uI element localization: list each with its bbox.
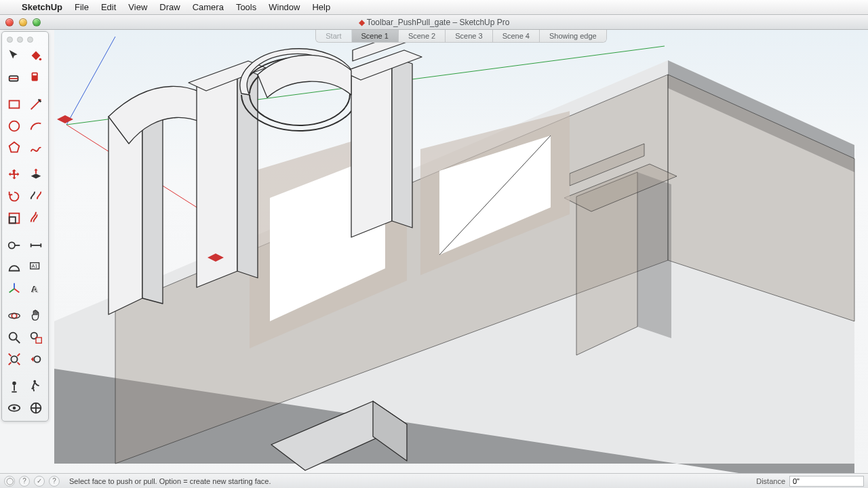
eraser-tool[interactable] [4,67,24,87]
menu-view[interactable]: View [128,2,147,12]
position-camera-icon [7,379,22,394]
circle-tool[interactable] [4,116,24,136]
protractor-tool[interactable] [4,257,24,277]
scene-tab-5[interactable]: Showing edge [540,30,606,42]
select-tool[interactable] [4,45,24,66]
document-icon: ◆ [359,18,365,27]
protractor-icon [7,260,22,274]
svg-rect-9 [9,217,16,223]
paint-bucket-tool[interactable] [26,45,46,66]
svg-point-29 [33,380,36,383]
previous-view-tool[interactable] [26,349,46,369]
rectangle-icon [7,97,22,112]
zoom-extents-icon [7,352,22,367]
svg-line-23 [16,340,20,344]
svg-point-10 [9,242,15,248]
line-icon [28,97,43,112]
svg-text:A: A [33,285,39,295]
axes-tool[interactable] [4,279,24,299]
zoom-tool[interactable] [4,327,24,348]
menu-file[interactable]: File [75,2,89,12]
scale-tool[interactable] [4,208,24,228]
polygon-tool[interactable] [4,138,24,158]
viewport-canvas[interactable] [54,30,868,473]
menu-window[interactable]: Window [269,2,300,12]
window-titlebar: ◆ Toolbar_PushPull_gate – SketchUp Pro [0,15,868,30]
paint-bucket-icon [28,48,43,63]
pan-icon [28,308,43,323]
vcb-input[interactable] [789,476,864,487]
toolbar-separator [4,89,46,93]
tape-measure-tool[interactable] [4,235,24,256]
walk-tool[interactable] [26,376,46,396]
model-viewport[interactable]: StartScene 1Scene 2Scene 3Scene 4Showing… [54,30,868,473]
walk-icon [28,379,43,394]
text-icon: A1 [28,260,43,274]
freehand-tool[interactable] [26,138,46,158]
offset-tool[interactable] [26,208,46,228]
svg-point-28 [12,382,16,386]
tape-measure-icon [7,238,22,253]
material-sampler-tool[interactable] [26,67,46,87]
text-tool[interactable]: A1 [26,257,46,277]
palette-header[interactable] [4,35,46,44]
scale-icon [7,211,22,226]
svg-point-21 [9,313,20,318]
svg-text:A1: A1 [32,263,38,269]
zoom-window-icon [28,330,43,345]
scene-tab-0[interactable]: Start [316,30,351,42]
position-camera-tool[interactable] [4,376,24,396]
palette-zoom-icon[interactable] [27,37,33,43]
push-pull-tool[interactable] [26,165,46,185]
palette-min-icon[interactable] [17,37,23,43]
follow-me-tool[interactable] [26,186,46,207]
zoom-window-tool[interactable] [26,327,46,348]
svg-line-16 [14,289,19,293]
section-plane-tool[interactable] [26,398,46,418]
claimant-icon[interactable]: ✓ [34,476,45,487]
toolbar-separator [4,159,46,163]
axes-icon [7,281,22,296]
menu-help[interactable]: Help [312,2,330,12]
pan-tool[interactable] [26,306,46,326]
vcb-label: Distance [756,477,785,485]
scene-tab-4[interactable]: Scene 4 [493,30,540,42]
credits-icon[interactable]: ? [19,476,30,487]
tool-palette: A1AA [1,31,49,422]
look-around-tool[interactable] [4,398,24,418]
zoom-extents-tool[interactable] [4,349,24,369]
scene-tab-1[interactable]: Scene 1 [352,30,399,42]
orbit-tool[interactable] [4,306,24,326]
menu-draw[interactable]: Draw [159,2,180,12]
menu-tools[interactable]: Tools [236,2,256,12]
orbit-icon [7,308,22,323]
pillar-right [564,144,677,355]
svg-point-0 [39,58,42,61]
rectangle-tool[interactable] [4,94,24,115]
look-around-icon [7,401,22,415]
svg-marker-53 [142,103,163,304]
menu-edit[interactable]: Edit [101,2,116,12]
line-tool[interactable] [26,94,46,115]
select-icon [7,48,22,63]
scene-tab-2[interactable]: Scene 2 [399,30,446,42]
dimension-tool[interactable] [26,235,46,256]
3d-text-tool[interactable]: AA [26,279,46,299]
app-body: A1AA StartScene 1Scene 2Scene 3Scene 4Sh… [0,30,868,473]
help-icon[interactable]: ? [49,476,60,487]
geolocation-icon[interactable]: ◯ [4,476,15,487]
svg-rect-3 [33,74,37,76]
svg-marker-59 [392,57,412,228]
svg-line-17 [9,289,14,293]
palette-close-icon[interactable] [7,37,13,43]
mac-menubar: SketchUp File Edit View Draw Camera Tool… [0,0,868,15]
offset-icon [28,211,43,226]
app-menu[interactable]: SketchUp [22,2,62,12]
circle-icon [7,119,22,134]
arc-tool[interactable] [26,116,46,136]
menu-camera[interactable]: Camera [193,2,224,12]
rotate-tool[interactable] [4,186,24,207]
move-tool[interactable] [4,165,24,185]
3d-text-icon: AA [28,281,43,296]
scene-tab-3[interactable]: Scene 3 [446,30,492,42]
